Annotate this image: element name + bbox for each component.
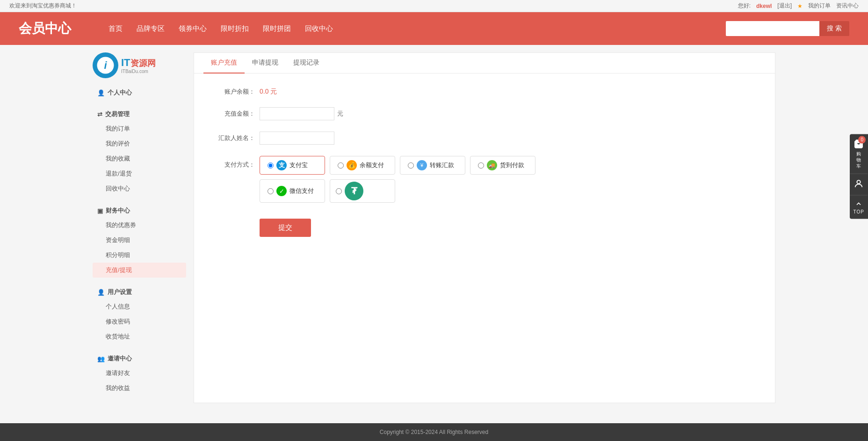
sidebar-item-change-password[interactable]: 修改密码 [93, 314, 186, 329]
balance-value: 0.0 元 [260, 88, 277, 96]
tab-withdraw[interactable]: 申请提现 [245, 53, 286, 74]
sidebar-item-my-order[interactable]: 我的订单 [93, 121, 186, 136]
main-content: 账户充值 申请提现 提现记录 账户余额： 0.0 元 充值金额： 元 [194, 52, 775, 403]
info-center-link[interactable]: 资讯中心 [836, 2, 859, 10]
logout-link[interactable]: [退出] [777, 2, 792, 10]
payment-radio-usdt[interactable] [336, 188, 342, 194]
sidebar-item-fund-detail[interactable]: 资金明细 [93, 233, 186, 248]
top-bar-right: 您好: dkewl [退出] ★ 我的订单 资讯中心 [738, 2, 859, 10]
payment-radio-alipay[interactable] [268, 162, 274, 169]
tab-recharge[interactable]: 账户充值 [203, 53, 245, 74]
payment-option-transfer[interactable]: ¥ 转账汇款 [400, 156, 465, 175]
cart-button[interactable]: 0 购物车 [850, 134, 868, 174]
payment-option-balance[interactable]: 💰 余额支付 [330, 156, 395, 175]
balance-pay-label: 余额支付 [360, 161, 384, 169]
sidebar-section-invite: 👥 邀请中心 邀请好友 我的收益 [93, 352, 186, 396]
sidebar-title-user-settings: 👤 用户设置 [93, 285, 186, 299]
nav-coupon[interactable]: 领券中心 [179, 24, 207, 33]
cod-label: 货到付款 [500, 161, 524, 169]
payment-row-1: 支 支付宝 💰 余额支付 [260, 156, 535, 175]
person-icon: 👤 [97, 89, 105, 96]
payment-row-2: ✓ 微信支付 ₮ [260, 179, 535, 203]
sidebar-item-refund[interactable]: 退款/退货 [93, 166, 186, 181]
sidebar-item-address[interactable]: 收货地址 [93, 329, 186, 344]
top-button[interactable]: TOP [850, 195, 868, 219]
sidebar-section-user-settings: 👤 用户设置 个人信息 修改密码 收货地址 [93, 285, 186, 344]
payment-option-wechat[interactable]: ✓ 微信支付 [260, 179, 325, 203]
payer-label: 汇款人姓名： [213, 134, 255, 142]
payer-input[interactable] [260, 132, 334, 145]
payment-radio-cod[interactable] [478, 162, 484, 169]
top-bar-welcome: 欢迎来到淘宝优惠券商城！ [9, 2, 77, 10]
user-icon [854, 178, 864, 189]
amount-unit: 元 [337, 110, 343, 118]
invite-icon: 👥 [97, 355, 105, 362]
form-area: 账户余额： 0.0 元 充值金额： 元 汇款人姓名： [194, 74, 775, 251]
payment-option-usdt[interactable]: ₮ [330, 179, 395, 203]
sidebar-item-recharge[interactable]: 充值/提现 [93, 263, 186, 278]
cart-badge: 0 [858, 136, 866, 143]
nav-discount[interactable]: 限时折扣 [221, 24, 249, 33]
swap-icon: ⇄ [97, 111, 102, 118]
nav-recycle[interactable]: 回收中心 [305, 24, 333, 33]
sidebar-item-points-detail[interactable]: 积分明细 [93, 248, 186, 263]
sidebar-section-personal: 👤 个人中心 [93, 86, 186, 100]
top-bar: 欢迎来到淘宝优惠券商城！ 您好: dkewl [退出] ★ 我的订单 资讯中心 [0, 0, 868, 12]
sidebar-title-invite: 👥 邀请中心 [93, 352, 186, 366]
sidebar-item-coupons[interactable]: 我的优惠券 [93, 218, 186, 233]
wechat-label: 微信支付 [289, 187, 314, 195]
nav-brand[interactable]: 品牌专区 [137, 24, 165, 33]
my-order-link[interactable]: 我的订单 [808, 2, 831, 10]
sidebar-logo: i IT资源网 ITBaiDu.com [93, 52, 186, 78]
amount-input[interactable] [260, 107, 334, 120]
footer-copyright: Copyright © 2015-2024 All Rights Reserve… [380, 429, 488, 435]
sidebar-section-finance: ▣ 财务中心 我的优惠券 资金明细 积分明细 充值/提现 [93, 204, 186, 278]
payment-radio-balance[interactable] [338, 162, 344, 169]
balance-row: 账户余额： 0.0 元 [213, 88, 756, 96]
sidebar-item-my-income[interactable]: 我的收益 [93, 381, 186, 396]
logo-rest: 资源网 [130, 59, 156, 68]
payment-label: 支付方式： [213, 156, 255, 169]
payment-row: 支付方式： 支 支付宝 [213, 156, 756, 203]
cod-icon: 🚚 [487, 160, 497, 170]
star-icon: ★ [797, 3, 803, 9]
wechat-icon: ✓ [276, 186, 287, 196]
payment-option-alipay[interactable]: 支 支付宝 [260, 156, 325, 175]
sidebar-item-my-review[interactable]: 我的评价 [93, 136, 186, 151]
payment-radio-wechat[interactable] [268, 188, 274, 194]
nav-home[interactable]: 首页 [108, 24, 123, 33]
submit-row: 提交 [213, 214, 756, 237]
payment-option-cod[interactable]: 🚚 货到付款 [470, 156, 535, 175]
sidebar-title-finance: ▣ 财务中心 [93, 204, 186, 218]
cart-label: 购物车 [856, 150, 861, 169]
top-bar-username: dkewl [756, 3, 772, 9]
sidebar: i IT资源网 ITBaiDu.com 👤 个人中心 [93, 52, 186, 403]
sidebar-item-my-favorite[interactable]: 我的收藏 [93, 151, 186, 166]
top-bar-greeting: 您好: [738, 2, 751, 10]
tab-withdraw-records[interactable]: 提现记录 [286, 53, 327, 74]
payment-radio-transfer[interactable] [408, 162, 414, 169]
transfer-icon: ¥ [417, 160, 427, 170]
usdt-icon: ₮ [345, 182, 363, 200]
transfer-label: 转账汇款 [430, 161, 454, 169]
top-label: TOP [854, 209, 864, 214]
payment-options: 支 支付宝 💰 余额支付 [260, 156, 535, 203]
payer-row: 汇款人姓名： [213, 132, 756, 145]
top-arrow-icon [855, 200, 862, 207]
search-button[interactable]: 搜 索 [819, 21, 849, 36]
amount-row: 充值金额： 元 [213, 107, 756, 120]
logo-sub: ITBaiDu.com [121, 69, 156, 74]
nav-group[interactable]: 限时拼团 [263, 24, 291, 33]
sidebar-item-invite-friend[interactable]: 邀请好友 [93, 366, 186, 381]
finance-icon: ▣ [97, 207, 103, 214]
tabs: 账户充值 申请提现 提现记录 [194, 53, 775, 74]
header-title: 会员中心 [19, 20, 71, 37]
header-nav: 首页 品牌专区 领券中心 限时折扣 限时拼团 回收中心 [108, 24, 726, 33]
logo-it: IT [121, 57, 130, 68]
alipay-icon: 支 [276, 160, 287, 170]
submit-button[interactable]: 提交 [260, 219, 311, 237]
search-input[interactable] [726, 21, 819, 36]
sidebar-item-recycle[interactable]: 回收中心 [93, 181, 186, 196]
user-button[interactable] [850, 174, 868, 195]
sidebar-item-profile[interactable]: 个人信息 [93, 299, 186, 314]
